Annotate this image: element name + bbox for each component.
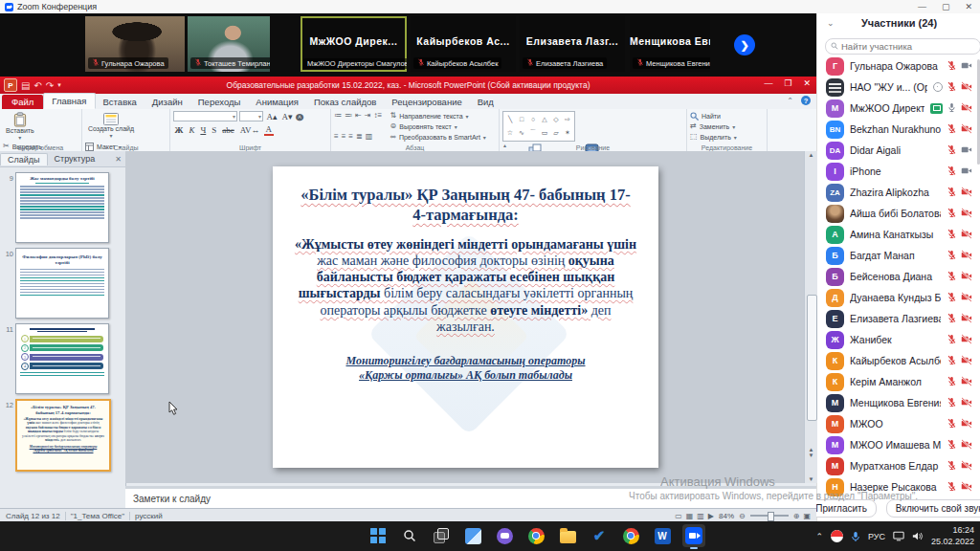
tab-outline[interactable]: Структура (48, 153, 102, 165)
close-icon[interactable]: ✕ (965, 2, 972, 11)
minimize-ribbon-icon[interactable]: ⌃ (787, 97, 793, 105)
ribbon-tab-показ-слайдов[interactable]: Показ слайдов (306, 95, 384, 109)
outdent-icon[interactable]: ⇤ (355, 112, 362, 120)
clear-formatting-button[interactable]: 🅐 (296, 113, 303, 121)
shape-gallery[interactable]: ╲□○△◇⇨ ☆∿⌒▭▱✶ (502, 111, 575, 142)
participant-row[interactable]: ММЖОО (817, 413, 978, 434)
shadow-button[interactable]: S (211, 125, 218, 135)
tray-chevron-icon[interactable]: ⌃ (815, 532, 823, 541)
ribbon-tab-анимация[interactable]: Анимация (248, 95, 306, 109)
find-button[interactable]: Найти (690, 111, 737, 121)
participant-row[interactable]: ААмина Канаткызы (817, 224, 978, 245)
editor-scrollbar[interactable]: ▲ ▲▼ ▼ (804, 151, 817, 483)
justify-icon[interactable]: ≣ (356, 133, 363, 141)
ribbon-tab-рецензирование[interactable]: Рецензирование (384, 95, 469, 109)
chrome-taskbar-icon[interactable] (524, 524, 547, 547)
font-size-select[interactable]: ▾ (239, 111, 263, 121)
widgets-taskbar-icon[interactable] (461, 524, 484, 547)
network-display-icon[interactable] (893, 531, 904, 541)
chrome-2-taskbar-icon[interactable] (619, 524, 642, 547)
slideshow-icon[interactable]: ▶ (708, 512, 714, 520)
explorer-taskbar-icon[interactable] (556, 524, 579, 547)
bullets-icon[interactable]: ≔ (334, 112, 342, 120)
participant-row[interactable]: ММжЖОО Директоры Смаг... (817, 98, 978, 119)
participant-row[interactable]: ЖЖанибек (817, 329, 978, 350)
panel-close-icon[interactable]: ✕ (115, 155, 122, 164)
video-tile[interactable]: Гульнара Ожарова (85, 16, 185, 72)
zoom-taskbar-icon[interactable] (682, 524, 705, 547)
tray-mic-icon[interactable] (851, 531, 860, 542)
align-left-icon[interactable]: ≡ (334, 133, 339, 141)
bold-button[interactable]: Ж (173, 125, 185, 135)
align-right-icon[interactable]: ≡ (348, 133, 353, 141)
tray-app-icon[interactable] (831, 530, 843, 542)
current-slide[interactable]: «Білім туралы» ҚР Заңының 47- бабының 17… (273, 166, 658, 468)
char-spacing-button[interactable]: AV↔ (238, 125, 261, 135)
columns-icon[interactable]: ▥ (366, 133, 373, 141)
new-slide-button[interactable]: Создать слайд▾ (85, 111, 137, 142)
participant-row[interactable]: ММуратханов Елдар (817, 455, 978, 476)
participant-row[interactable]: IiPhone (817, 161, 978, 182)
fit-to-window-icon[interactable]: ▣ (803, 512, 811, 520)
video-tile[interactable]: Елизавета Лазг...Елизавета Лазгиева (520, 16, 625, 72)
participant-row[interactable]: ДДуанаева Кундыз БДК-411 (817, 287, 978, 308)
grow-font-button[interactable]: A▴ (265, 112, 278, 121)
chat-app-taskbar-icon[interactable] (493, 524, 516, 547)
slide-thumbnail[interactable]: 111234 (2, 323, 123, 394)
minimize-icon[interactable]: — (918, 2, 926, 11)
italic-button[interactable]: К (188, 125, 196, 135)
zoom-slider[interactable] (750, 515, 789, 517)
indent-icon[interactable]: ⇥ (365, 112, 371, 120)
shrink-font-button[interactable]: A▾ (280, 112, 294, 121)
participant-row[interactable]: ММенщикова Евгения (817, 392, 978, 413)
check-app-taskbar-icon[interactable]: ✔ (588, 524, 611, 547)
participant-row[interactable]: DADidar Aigali (817, 140, 978, 161)
strikethrough-button[interactable]: abc (221, 125, 236, 135)
select-button[interactable]: ⬚Выделить ▾ (690, 132, 737, 142)
ribbon-tab-вставка[interactable]: Вставка (96, 95, 145, 109)
participant-row[interactable]: ББагдат Манап (817, 245, 978, 266)
invite-button[interactable]: Пригласить (806, 499, 877, 518)
reading-view-icon[interactable]: ▥ (697, 512, 704, 520)
slide-sorter-icon[interactable]: ▦ (686, 512, 694, 520)
participant-row[interactable]: ММЖОО Имашева М. (817, 434, 978, 455)
participant-row[interactable]: ZAZhazira Alipkozha (817, 182, 978, 203)
word-taskbar-icon[interactable]: W (651, 524, 674, 547)
task-view-taskbar-icon[interactable] (430, 524, 453, 547)
language-switcher[interactable]: РУС (868, 532, 885, 541)
align-text-button[interactable]: ⊜Выровнять текст ▾ (390, 121, 486, 131)
ribbon-tab-дизайн[interactable]: Дизайн (145, 95, 190, 109)
slide-thumbnail[interactable]: 9Жас мамандарды бөлу тәртібі (2, 172, 123, 243)
participant-row[interactable]: ГГульнара Ожарова (Я) (817, 55, 978, 77)
ppt-restore-icon[interactable]: ❐ (784, 78, 791, 88)
participant-row[interactable]: ККайырбеков Асылбек (817, 350, 978, 371)
slide-thumbnail[interactable]: 12«Білім туралы» ҚР Заңының 47- бабының … (2, 399, 123, 472)
ppt-close-icon[interactable]: ✕ (803, 78, 811, 88)
search-input[interactable] (825, 38, 980, 55)
convert-smartart-button[interactable]: ⥈Преобразовать в SmartArt ▾ (390, 132, 486, 142)
language-indicator[interactable]: русский (135, 512, 163, 520)
search-taskbar-icon[interactable] (398, 524, 421, 547)
zoom-in-icon[interactable]: ⊕ (793, 512, 800, 520)
help-icon[interactable]: ? (801, 96, 811, 105)
video-tile[interactable]: Менщикова Евг...Менщикова Евгения (630, 16, 710, 72)
ribbon-tab-главная[interactable]: Главная (43, 93, 95, 109)
ribbon-tab-переходы[interactable]: Переходы (190, 95, 249, 109)
numbering-icon[interactable]: ≕ (345, 112, 352, 120)
ribbon-tab-вид[interactable]: Вид (470, 95, 501, 109)
ribbon-tab-file[interactable]: Файл (2, 95, 43, 109)
normal-view-icon[interactable]: ▭ (675, 512, 682, 520)
start-taskbar-icon[interactable] (367, 524, 390, 547)
participant-row[interactable]: BNBekzhan Nurakhunov (817, 119, 978, 140)
text-direction-button[interactable]: ⇅Направление текста ▾ (390, 111, 486, 121)
slide-thumbnail[interactable]: 10Философия докторларын (PhD) бөлу тәрті… (2, 248, 123, 319)
speaker-icon[interactable] (912, 531, 924, 541)
participant-row[interactable]: ККерім Аманжол (817, 371, 978, 392)
font-name-select[interactable]: ▾ (173, 111, 237, 121)
video-tile[interactable]: Токташев Темирлан (188, 16, 270, 72)
clock[interactable]: 16:2425.02.2022 (931, 525, 974, 547)
tab-slides[interactable]: Слайды (0, 153, 48, 165)
next-page-arrow-button[interactable]: ❯ (734, 34, 755, 55)
participant-row[interactable]: Айша бибі Болатова (817, 203, 978, 224)
participant-row[interactable]: НАО "ЖУ и... (Организатор) (817, 77, 978, 98)
